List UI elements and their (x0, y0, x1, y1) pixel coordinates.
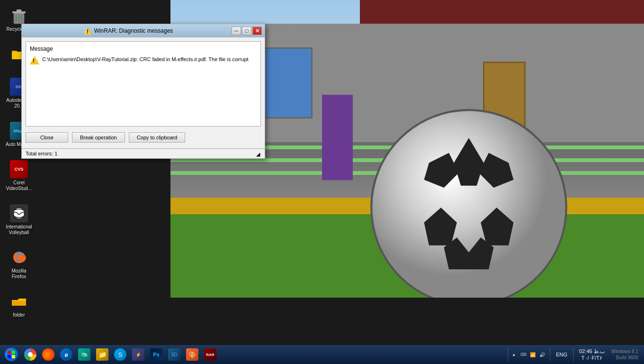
taskbar-apps: e 🛍 📁 S ⚡ Ps 3D 🎨 RAR (22, 346, 506, 363)
network-icon: 📶 (529, 351, 537, 358)
message-text: C:\Users\amin\Desktop\V-RayTutorial.zip:… (42, 56, 249, 63)
svg-rect-9 (17, 9, 21, 12)
windows-logo (8, 351, 15, 358)
minimize-button[interactable]: ─ (232, 27, 241, 35)
message-row: C:\Users\amin\Desktop\V-RayTutorial.zip:… (30, 56, 257, 65)
copy-to-clipboard-button[interactable]: Copy to clipboard (129, 132, 186, 143)
folder2-icon (9, 292, 28, 311)
maximize-button[interactable]: □ (242, 27, 251, 35)
app2-icon: 3D (168, 348, 180, 361)
corel-label: Corel VideoStud... (4, 180, 34, 191)
firefox-icon (9, 248, 28, 267)
dialog-body: Message C:\Users\amin\Desktop\V-RayTutor… (22, 37, 265, 148)
dialog-buttons: Close Break operation Copy to clipboard (26, 130, 261, 145)
photoshop-icon: Ps (150, 348, 162, 361)
taskbar-ie[interactable]: e (58, 346, 75, 363)
taskbar-explorer[interactable]: 📁 (94, 346, 111, 363)
language-button[interactable]: ENG (554, 351, 569, 358)
winrar-dialog: ⚠️ WinRAR: Diagnostic messages ─ □ ✕ Mes… (21, 24, 265, 159)
taskbar-right: ▲ ⌨ 📶 🔊 ENG 02:46 ب.ظ T۰/۰F/T۶ (510, 347, 610, 362)
clock[interactable]: 02:46 ب.ظ T۰/۰F/T۶ (577, 348, 607, 362)
keyboard-icon: ⌨ (519, 351, 527, 358)
folder2-label: folder (13, 312, 25, 318)
tray-expand[interactable]: ▲ (510, 351, 518, 358)
dialog-controls: ─ □ ✕ (232, 27, 262, 35)
clock-time: 02:46 ب.ظ (579, 348, 605, 355)
skype-icon: S (114, 348, 126, 361)
dialog-title-icon: ⚠️ (83, 27, 91, 35)
system-tray: ▲ ⌨ 📶 🔊 (510, 351, 546, 358)
volleyball-icon (9, 204, 28, 223)
chrome-icon (24, 348, 36, 361)
lang-sep (573, 347, 573, 362)
close-window-button[interactable]: ✕ (252, 27, 262, 35)
status-bar: Total errors: 1 ◢ (22, 148, 265, 158)
dialog-title-area: ⚠️ WinRAR: Diagnostic messages (25, 27, 232, 35)
clock-date: T۰/۰F/T۶ (581, 355, 602, 361)
winrar-icon: RAR (204, 348, 216, 361)
dialog-titlebar: ⚠️ WinRAR: Diagnostic messages ─ □ ✕ (22, 24, 265, 37)
taskbar-store[interactable]: 🛍 (76, 346, 93, 363)
corel-icon: CVS (9, 160, 28, 179)
taskbar-firefox[interactable] (40, 346, 57, 363)
resize-handle[interactable]: ◢ (256, 151, 261, 156)
desktop-icon-corel[interactable]: CVS Corel VideoStud... (2, 158, 36, 193)
message-header: Message (30, 46, 257, 52)
windows-version: Windows 8.1 Build 9600 (611, 348, 642, 361)
taskbar-winrar[interactable]: RAR (202, 346, 219, 363)
taskbar-photoshop[interactable]: Ps (148, 346, 165, 363)
ie-icon: e (60, 348, 72, 361)
app1-icon: ⚡ (132, 348, 144, 361)
close-button[interactable]: Close (26, 132, 68, 143)
message-area: Message C:\Users\amin\Desktop\V-RayTutor… (26, 41, 261, 127)
desktop: Recycle Bin 3ds Autode Max 20... Maya (0, 0, 644, 345)
desktop-icon-volleyball[interactable]: International Volleyball (2, 202, 36, 237)
taskbar-firefox-icon (42, 348, 54, 361)
warning-icon (30, 56, 39, 65)
volleyball-label: International Volleyball (4, 224, 34, 236)
taskbar-app2[interactable]: 3D (166, 346, 183, 363)
volume-icon: 🔊 (538, 351, 546, 358)
paint-icon: 🎨 (186, 348, 198, 361)
total-errors: Total errors: 1 (26, 151, 57, 156)
start-button[interactable] (2, 346, 21, 363)
taskbar-paint[interactable]: 🎨 (184, 346, 201, 363)
taskbar-separator (508, 347, 508, 362)
file-explorer-icon: 📁 (96, 348, 108, 361)
taskbar-skype[interactable]: S (112, 346, 129, 363)
desktop-icon-folder2[interactable]: folder (2, 291, 36, 319)
desktop-icon-firefox[interactable]: Mozilla Firefox (2, 246, 36, 281)
taskbar-chrome[interactable] (22, 346, 39, 363)
break-operation-button[interactable]: Break operation (72, 132, 125, 143)
start-icon (5, 348, 18, 361)
recycle-bin-icon (9, 6, 28, 25)
firefox-label: Mozilla Firefox (4, 268, 34, 280)
store-icon: 🛍 (78, 348, 90, 361)
tray-sep (550, 347, 550, 362)
warning-triangle (30, 56, 39, 64)
taskbar: e 🛍 📁 S ⚡ Ps 3D 🎨 RAR (0, 345, 644, 364)
dialog-title-text: WinRAR: Diagnostic messages (94, 27, 173, 34)
taskbar-app1[interactable]: ⚡ (130, 346, 147, 363)
